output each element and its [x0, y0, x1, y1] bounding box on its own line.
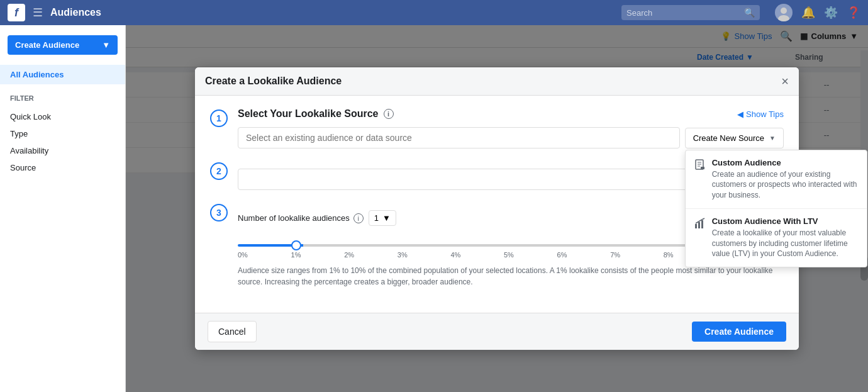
app-title: Audiences [50, 7, 101, 18]
step-3-circle: 3 [210, 204, 228, 221]
dropdown-item-ltv-title: Custom Audience With LTV [712, 216, 858, 226]
step-1-content: Select Your Lookalike Source i ◀ Show Ti… [238, 108, 784, 148]
dropdown-arrow-icon: ▼ [102, 40, 110, 50]
notifications-icon[interactable]: 🔔 [801, 6, 815, 20]
sidebar-item-source[interactable]: Source [10, 159, 115, 176]
sidebar-item-quick-look[interactable]: Quick Look [10, 108, 115, 125]
ltv-icon [694, 218, 706, 232]
tips-back-icon: ◀ [737, 109, 743, 119]
create-audience-button[interactable]: Create Audience ▼ [8, 35, 118, 55]
step-1-title: Select Your Lookalike Source i [238, 108, 394, 120]
facebook-logo: f [8, 4, 25, 21]
step-2-circle: 2 [210, 162, 228, 180]
create-source-dropdown: Create New Source ▼ [685, 128, 784, 148]
dropdown-item-ltv-desc: Create a lookalike of your most valuable… [712, 228, 858, 259]
modal-body: 1 Select Your Lookalike Source i ◀ S [195, 96, 799, 313]
top-nav: f ☰ Audiences 🔍 🔔 ⚙️ ❓ [0, 0, 868, 25]
svg-point-1 [778, 15, 789, 21]
dropdown-item-custom-audience-ltv[interactable]: Custom Audience With LTV Create a lookal… [686, 209, 867, 267]
dropdown-item-custom-audience-desc: Create an audience of your existing cust… [712, 169, 858, 201]
location-input[interactable] [238, 169, 730, 190]
filter-section: Filter Quick Look Type Availability Sour… [0, 84, 125, 181]
modal-footer: Cancel Create Audience [195, 313, 799, 350]
create-audience-modal-button[interactable]: Create Audience [692, 322, 786, 342]
dropdown-item-custom-audience-title: Custom Audience [712, 158, 858, 167]
svg-rect-8 [698, 222, 700, 228]
show-tips-link[interactable]: ◀ Show Tips [737, 109, 784, 119]
modal-overlay: Create a Lookalike Audience × 1 Sele [126, 25, 868, 392]
svg-rect-7 [695, 224, 697, 228]
avatar [775, 4, 793, 21]
sidebar: Create Audience ▼ All Audiences Filter Q… [0, 25, 126, 392]
modal-close-button[interactable]: × [781, 75, 789, 87]
sidebar-item-all-audiences[interactable]: All Audiences [0, 65, 125, 84]
main-content: Create Audience ▼ All Audiences Filter Q… [0, 25, 868, 392]
num-lookalikes-info-icon[interactable]: i [353, 213, 364, 223]
dropdown-item-custom-audience[interactable]: Custom Audience Create an audience of yo… [686, 150, 867, 209]
hamburger-icon[interactable]: ☰ [33, 6, 43, 20]
filter-title: Filter [10, 94, 115, 102]
slider-note: Audience size ranges from 1% to 10% of t… [238, 265, 784, 288]
create-source-menu: Custom Audience Create an audience of yo… [685, 150, 867, 268]
cancel-button[interactable]: Cancel [208, 321, 257, 342]
sidebar-item-type[interactable]: Type [10, 125, 115, 142]
source-text-input[interactable] [238, 127, 680, 148]
create-source-arrow-icon: ▼ [769, 135, 776, 142]
nav-search[interactable]: 🔍 [621, 5, 760, 20]
step-1-info-icon[interactable]: i [384, 109, 394, 119]
create-new-source-button[interactable]: Create New Source ▼ [685, 128, 784, 148]
svg-rect-9 [701, 220, 703, 228]
help-icon[interactable]: ❓ [847, 6, 860, 20]
step-1-circle: 1 [210, 109, 228, 127]
num-lookalikes-select[interactable]: 1 ▼ [369, 210, 396, 226]
svg-point-0 [781, 8, 787, 14]
step-1-row: 1 Select Your Lookalike Source i ◀ S [210, 108, 784, 148]
search-input[interactable] [626, 8, 740, 18]
modal-header: Create a Lookalike Audience × [195, 67, 799, 96]
content-area: 💡 Show Tips 🔍 ▦ Columns ▼ Date Created ▼… [126, 25, 868, 392]
sidebar-item-availability[interactable]: Availability [10, 142, 115, 159]
num-lookalikes-label: Number of lookalike audiences i [238, 213, 364, 223]
custom-audience-icon [694, 159, 706, 173]
source-input-row: Create New Source ▼ [238, 127, 784, 148]
search-icon: 🔍 [744, 8, 755, 18]
modal: Create a Lookalike Audience × 1 Sele [195, 67, 799, 350]
nav-icons: 🔔 ⚙️ ❓ [775, 4, 860, 21]
settings-icon[interactable]: ⚙️ [824, 6, 838, 20]
num-select-arrow-icon: ▼ [382, 213, 391, 223]
modal-title: Create a Lookalike Audience [205, 76, 342, 87]
svg-rect-6 [701, 167, 704, 169]
